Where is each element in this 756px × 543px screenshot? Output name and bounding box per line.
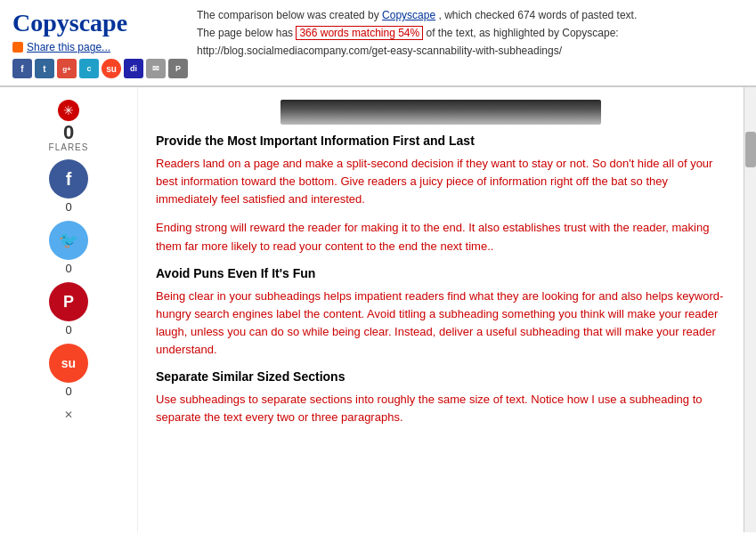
digg-icon[interactable]: di xyxy=(124,59,143,78)
facebook-count: 0 xyxy=(65,200,71,214)
twitter-share-button[interactable]: 🐦 xyxy=(49,221,88,260)
info-area: The comparison below was created by Copy… xyxy=(188,9,744,57)
linkedin-icon[interactable]: c xyxy=(79,59,99,78)
scroll-thumb[interactable] xyxy=(745,132,756,167)
google-icon[interactable]: g+ xyxy=(57,59,77,78)
stumble-count: 0 xyxy=(65,385,71,398)
facebook-icon[interactable]: f xyxy=(12,59,32,78)
scrollbar[interactable] xyxy=(744,87,756,532)
info-line2-post: of the text, as highlighted by Copyscape… xyxy=(427,27,619,39)
info-post: , which checked 674 words of pasted text… xyxy=(439,9,638,21)
section3-para1: Use subheadings to separate sections int… xyxy=(156,391,726,426)
section1-heading: Provide the Most Important Information F… xyxy=(156,134,726,148)
flares-label: FLARES xyxy=(49,142,89,152)
section2-para1: Being clear in your subheadings helps im… xyxy=(156,288,726,360)
pinterest-count: 0 xyxy=(65,323,71,336)
header: Copyscape Share this page... f t g+ c su… xyxy=(0,0,756,87)
twitter-count: 0 xyxy=(65,262,71,275)
sidebar: ✳ 0 FLARES f 0 🐦 0 P 0 su 0 ✕ xyxy=(0,87,138,532)
article-content: Provide the Most Important Information F… xyxy=(138,87,744,532)
stumble-share-button[interactable]: su xyxy=(49,344,88,383)
print-icon[interactable]: P xyxy=(168,59,188,78)
section1-para2: Ending strong will reward the reader for… xyxy=(156,219,726,255)
logo-area: Copyscape Share this page... f t g+ c su… xyxy=(12,9,188,78)
match-percentage: 366 words matching 54% xyxy=(296,26,423,40)
info-line2: The page below has 366 words matching 54… xyxy=(197,27,744,39)
pinterest-share-button[interactable]: P xyxy=(49,282,88,321)
main-content: ✳ 0 FLARES f 0 🐦 0 P 0 su 0 ✕ Provide th… xyxy=(0,87,756,532)
logo-text: Copyscape xyxy=(12,9,188,37)
flares-count: 0 xyxy=(63,123,74,142)
header-image xyxy=(280,100,601,125)
facebook-share-button[interactable]: f xyxy=(49,159,88,199)
copyscape-link[interactable]: Copyscape xyxy=(382,9,435,21)
burst-icon: ✳ xyxy=(58,100,79,121)
info-line1: The comparison below was created by Copy… xyxy=(197,9,744,21)
email-icon[interactable]: ✉ xyxy=(146,59,166,78)
share-row: Share this page... xyxy=(12,41,188,53)
twitter-icon[interactable]: t xyxy=(35,59,54,78)
info-line2-pre: The page below has xyxy=(197,27,296,39)
section2-heading: Avoid Puns Even If It's Fun xyxy=(156,266,726,280)
share-link[interactable]: Share this page... xyxy=(27,41,110,53)
section3-heading: Separate Similar Sized Sections xyxy=(156,369,726,384)
social-icons-row: f t g+ c su di ✉ P xyxy=(12,59,188,78)
section1-para1: Readers land on a page and make a split-… xyxy=(156,155,726,208)
stumble-icon[interactable]: su xyxy=(102,59,121,78)
burst-symbol: ✳ xyxy=(63,104,74,117)
share-icon xyxy=(12,42,23,53)
close-button[interactable]: ✕ xyxy=(64,409,73,421)
info-pre: The comparison below was created by xyxy=(197,9,382,21)
article-url[interactable]: http://blog.socialmediacompany.com/get-e… xyxy=(197,45,744,57)
